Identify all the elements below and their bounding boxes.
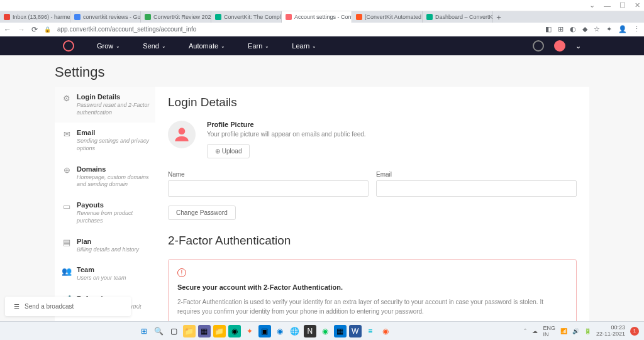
broadcast-icon: ☰: [14, 303, 19, 310]
nav-learn[interactable]: Learn⌄: [292, 42, 316, 50]
sidebar-item-domains[interactable]: ⊕DomainsHomepage, custom domains and sen…: [55, 159, 155, 195]
new-tab-button[interactable]: +: [493, 13, 504, 22]
ext-icon[interactable]: ☆: [594, 25, 600, 33]
app-icon[interactable]: ✦: [243, 325, 256, 337]
user-menu-caret[interactable]: ⌄: [575, 42, 581, 50]
convertkit-logo[interactable]: [63, 40, 74, 52]
browser-tab[interactable]: convertkit reviews - Googl×: [70, 11, 141, 23]
ext-icon[interactable]: ◐: [570, 25, 576, 33]
sidebar-item-desc: Password reset and 2-Factor authenticati…: [77, 102, 150, 116]
ext-icon[interactable]: ◆: [582, 25, 587, 33]
broadcast-label: Send a broadcast: [25, 303, 74, 310]
svg-point-0: [179, 128, 186, 134]
url-text[interactable]: app.convertkit.com/account_settings/acco…: [57, 26, 539, 33]
browser-tab[interactable]: ConvertKit: The Complete×: [211, 11, 282, 23]
name-input[interactable]: [168, 180, 369, 197]
name-label: Name: [168, 171, 369, 178]
tray-lang[interactable]: ENGIN: [543, 325, 555, 337]
task-view-icon[interactable]: ▢: [168, 325, 180, 337]
sidebar-item-email[interactable]: ✉EmailSending settings and privacy optio…: [55, 123, 155, 158]
browser-tab[interactable]: ConvertKit Review 2021: D×: [141, 11, 211, 23]
tab-label: Inbox (13,896) - harmeet7: [13, 14, 70, 20]
tray-cloud-icon[interactable]: ☁: [532, 328, 538, 334]
browser-tab[interactable]: Dashboard – ConvertKit×: [423, 11, 493, 23]
window-minimize[interactable]: —: [604, 2, 611, 9]
tray-battery-icon[interactable]: 🔋: [584, 328, 591, 334]
app-icon[interactable]: ≡: [364, 325, 377, 337]
sidebar-item-desc: Sending settings and privacy options: [77, 138, 150, 152]
tab-label: Account settings - Conver: [294, 14, 352, 20]
sidebar-icon: ▤: [62, 238, 72, 248]
window-dropdown[interactable]: ⌄: [589, 1, 595, 9]
tab-favicon: [286, 14, 292, 20]
menu-icon[interactable]: ⋮: [633, 25, 640, 33]
start-icon[interactable]: ⊞: [138, 325, 150, 337]
ext-icon[interactable]: ⊞: [558, 25, 564, 33]
change-password-button[interactable]: Change Password: [168, 206, 236, 220]
app-icon[interactable]: ◉: [228, 325, 241, 337]
nav-label: Learn: [292, 42, 309, 50]
browser-tab[interactable]: Inbox (13,896) - harmeet7×: [0, 11, 70, 23]
chevron-down-icon: ⌄: [162, 43, 166, 49]
tfa-desc: 2-Factor Authentication is used to verif…: [177, 297, 567, 316]
edge-icon[interactable]: ◉: [274, 325, 286, 337]
sidebar-item-title: Payouts: [77, 201, 150, 209]
app-icon[interactable]: N: [304, 325, 316, 337]
sidebar-item-title: Email: [77, 129, 150, 136]
browser-tab[interactable]: [ConvertKit Automated E-×: [352, 11, 423, 23]
forward-button[interactable]: →: [18, 25, 25, 34]
send-broadcast-widget[interactable]: ☰ Send a broadcast: [5, 297, 131, 316]
word-icon[interactable]: W: [349, 325, 362, 337]
app-icon[interactable]: ▣: [258, 325, 271, 337]
nav-earn[interactable]: Earn⌄: [248, 42, 269, 50]
profile-icon[interactable]: 👤: [618, 25, 627, 33]
ext-icon[interactable]: ◧: [545, 25, 552, 33]
tab-favicon: [356, 14, 362, 20]
sidebar-item-login-details[interactable]: ⚙Login DetailsPassword reset and 2-Facto…: [55, 87, 155, 123]
search-icon[interactable]: 🔍: [153, 325, 165, 337]
tray-clock[interactable]: 00:2322-11-2021: [596, 325, 625, 337]
sidebar-item-plan[interactable]: ▤PlanBilling details and history: [55, 231, 155, 260]
reload-button[interactable]: ⟳: [31, 25, 38, 34]
window-maximize[interactable]: ☐: [619, 1, 626, 9]
section-heading-login: Login Details: [168, 96, 577, 109]
nav-label: Send: [143, 42, 159, 50]
email-input[interactable]: [376, 180, 577, 197]
explorer-icon[interactable]: 📁: [183, 325, 196, 337]
extensions-icon[interactable]: ✦: [606, 25, 612, 33]
nav-grow[interactable]: Grow⌄: [97, 42, 120, 50]
main-panel: Login Details Profile Picture Your profi…: [155, 87, 589, 340]
address-bar: ← → ⟳ 🔒 app.convertkit.com/account_setti…: [0, 23, 644, 36]
tray-chevron[interactable]: ˄: [524, 328, 527, 334]
chrome-icon[interactable]: 🌐: [289, 325, 301, 337]
profile-avatar: [168, 121, 196, 148]
window-close[interactable]: ✕: [635, 1, 640, 9]
back-button[interactable]: ←: [4, 25, 11, 34]
browser-tab[interactable]: Account settings - Conver×: [282, 11, 352, 23]
email-label: Email: [376, 171, 577, 178]
app-icon[interactable]: ◉: [319, 325, 331, 337]
app-icon[interactable]: 📁: [213, 325, 226, 337]
tray-notifications-icon[interactable]: 1: [630, 327, 639, 336]
nav-automate[interactable]: Automate⌄: [189, 42, 225, 50]
upload-button[interactable]: ⊕ Upload: [207, 144, 250, 158]
sidebar-icon: ⚙: [62, 93, 72, 103]
nav-send[interactable]: Send⌄: [143, 42, 166, 50]
alert-icon: !: [177, 268, 186, 277]
chevron-down-icon: ⌄: [265, 43, 269, 49]
app-icon[interactable]: ▦: [198, 325, 211, 337]
sidebar-icon: ▭: [62, 201, 72, 211]
sidebar-item-team[interactable]: 👥TeamUsers on your team: [55, 260, 155, 288]
app-icon[interactable]: ◉: [379, 325, 392, 337]
user-avatar[interactable]: [554, 40, 565, 52]
address-bar-icons: ◧ ⊞ ◐ ◆ ☆ ✦ 👤 ⋮: [545, 25, 640, 33]
tab-favicon: [215, 14, 221, 20]
app-icon[interactable]: ▦: [334, 325, 347, 337]
help-icon[interactable]: [533, 40, 544, 52]
chevron-down-icon: ⌄: [221, 43, 225, 49]
tab-label: Dashboard – ConvertKit: [435, 14, 493, 20]
tray-volume-icon[interactable]: 🔊: [572, 328, 579, 334]
tray-wifi-icon[interactable]: 📶: [560, 328, 567, 334]
sidebar-item-payouts[interactable]: ▭PayoutsRevenue from product purchases: [55, 195, 155, 231]
browser-tabs: Inbox (13,896) - harmeet7×convertkit rev…: [0, 11, 644, 23]
